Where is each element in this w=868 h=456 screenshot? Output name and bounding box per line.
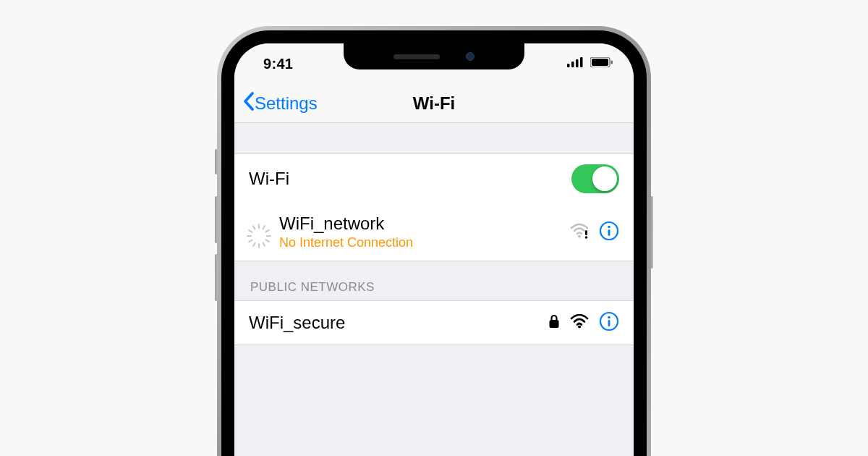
cellular-icon: [567, 57, 584, 70]
connected-ssid: WiFi_network: [279, 214, 570, 234]
connected-status: No Internet Connection: [279, 235, 570, 250]
wifi-warning-icon: [570, 223, 589, 242]
svg-rect-3: [580, 57, 583, 67]
status-time: 9:41: [263, 56, 293, 72]
svg-point-14: [578, 325, 581, 328]
svg-rect-13: [550, 320, 559, 328]
public-networks-header: PUBLIC NETWORKS: [234, 261, 634, 300]
wifi-toggle-row[interactable]: Wi-Fi: [234, 153, 634, 204]
info-icon[interactable]: [599, 221, 619, 244]
back-button[interactable]: Settings: [234, 92, 318, 115]
svg-point-7: [578, 235, 581, 237]
wifi-toggle-label: Wi-Fi: [249, 169, 571, 189]
network-row[interactable]: WiFi_secure: [234, 300, 634, 345]
connected-network-row[interactable]: WiFi_network No Internet Connection: [234, 203, 634, 261]
svg-rect-2: [576, 59, 579, 67]
battery-icon: [590, 57, 613, 70]
svg-point-11: [608, 225, 610, 228]
back-label: Settings: [255, 93, 318, 114]
svg-point-16: [608, 316, 610, 319]
svg-rect-5: [592, 59, 608, 66]
svg-rect-17: [608, 320, 610, 326]
svg-rect-1: [571, 62, 574, 67]
wifi-switch[interactable]: [571, 164, 619, 193]
lock-icon: [548, 314, 560, 332]
network-ssid: WiFi_secure: [249, 313, 548, 333]
wifi-icon: [570, 314, 589, 332]
spinner-icon: [249, 224, 269, 241]
svg-rect-12: [608, 229, 610, 236]
svg-rect-6: [611, 61, 613, 64]
svg-point-9: [585, 236, 588, 239]
svg-rect-8: [585, 230, 587, 235]
info-icon[interactable]: [599, 311, 619, 334]
svg-rect-0: [567, 64, 570, 67]
chevron-left-icon: [243, 92, 255, 115]
